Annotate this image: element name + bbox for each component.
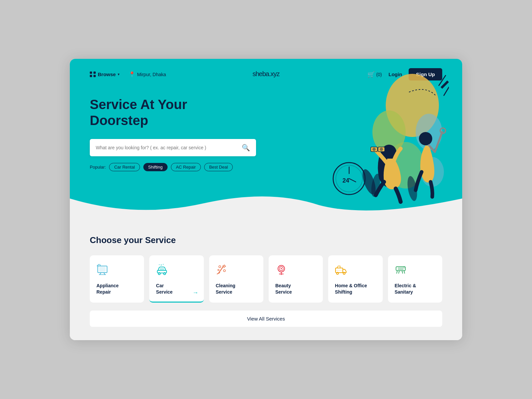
- svg-line-57: [404, 271, 405, 273]
- cleaning-service-name: Cleaning Service: [216, 283, 258, 295]
- service-card-cleaning-service[interactable]: Cleaning Service: [209, 255, 263, 302]
- service-card-beauty-service[interactable]: Beauty Service: [269, 255, 323, 302]
- grid-icon: [90, 71, 96, 77]
- search-input[interactable]: [96, 145, 242, 150]
- cleaning-service-icon: [216, 263, 258, 278]
- svg-point-38: [219, 266, 221, 268]
- tag-car-rental[interactable]: Car Rental: [109, 163, 140, 171]
- logo-main: sheba: [252, 70, 269, 77]
- svg-point-40: [218, 269, 219, 271]
- svg-text:24: 24: [342, 177, 349, 184]
- tag-shifting[interactable]: Shifting: [143, 163, 168, 171]
- service-card-home-office-shifting[interactable]: Home & Office Shifting: [328, 255, 382, 302]
- location-pin-icon: 📍: [129, 71, 135, 77]
- browse-button[interactable]: Browse ▾: [90, 71, 119, 77]
- car-service-name: Car Service: [156, 283, 198, 295]
- svg-point-36: [159, 264, 160, 265]
- svg-point-34: [161, 264, 162, 266]
- svg-point-13: [372, 148, 376, 151]
- svg-line-54: [397, 271, 397, 273]
- car-service-arrow-icon: →: [193, 289, 199, 296]
- service-card-appliance-repair[interactable]: Appliance Repair: [90, 255, 144, 302]
- beauty-service-name: Beauty Service: [275, 283, 318, 295]
- appliance-repair-name: Appliance Repair: [96, 283, 139, 295]
- svg-line-55: [399, 271, 399, 273]
- location-display: 📍 Mirpur, Dhaka: [129, 71, 166, 77]
- logo[interactable]: sheba.xyz: [252, 68, 279, 78]
- nav-left: Browse ▾ 📍 Mirpur, Dhaka: [90, 71, 166, 77]
- hero-title-line1: Service At Your: [90, 97, 187, 112]
- logo-sub: .xyz: [269, 70, 280, 77]
- svg-point-14: [380, 148, 383, 151]
- search-bar: 🔍: [90, 139, 256, 156]
- browse-label: Browse: [98, 71, 116, 77]
- appliance-repair-icon: [96, 263, 139, 278]
- electric-sanitary-icon: [395, 263, 437, 278]
- view-all-services-button[interactable]: View All Services: [90, 311, 442, 327]
- car-service-icon: [156, 263, 198, 278]
- hero-section: Browse ▾ 📍 Mirpur, Dhaka sheba.xyz 🛒 (0)…: [70, 59, 462, 218]
- svg-rect-25: [99, 267, 105, 272]
- tag-best-deal[interactable]: Best Deal: [204, 163, 233, 171]
- svg-line-56: [402, 271, 403, 273]
- svg-point-58: [403, 266, 405, 268]
- home-office-shifting-name: Home & Office Shifting: [335, 283, 377, 295]
- chevron-down-icon: ▾: [118, 72, 119, 76]
- svg-point-35: [163, 264, 164, 265]
- svg-point-48: [336, 272, 338, 274]
- hero-illustration: 24: [309, 66, 449, 208]
- svg-point-15: [419, 132, 432, 145]
- svg-point-39: [223, 270, 225, 272]
- services-grid: Appliance Repair: [90, 255, 442, 302]
- electric-sanitary-name: Electric & Sanitary: [395, 283, 437, 295]
- svg-line-23: [444, 87, 449, 95]
- svg-rect-47: [335, 268, 343, 273]
- hero-title-line2: Doorstep: [90, 113, 148, 128]
- popular-label: Popular:: [90, 165, 106, 170]
- svg-line-9: [349, 179, 356, 182]
- services-title: Choose your Service: [90, 235, 442, 245]
- main-container: Browse ▾ 📍 Mirpur, Dhaka sheba.xyz 🛒 (0)…: [70, 59, 462, 340]
- hero-title: Service At Your Doorstep: [90, 96, 243, 128]
- svg-point-49: [343, 272, 345, 274]
- services-section: Choose your Service Appliance: [70, 218, 462, 340]
- search-button[interactable]: 🔍: [242, 144, 250, 152]
- svg-point-33: [164, 273, 166, 275]
- svg-point-46: [281, 268, 282, 269]
- tag-ac-repair[interactable]: AC Repair: [171, 163, 201, 171]
- search-icon: 🔍: [242, 144, 250, 151]
- service-card-electric-sanitary[interactable]: Electric & Sanitary: [388, 255, 442, 302]
- service-card-car-service[interactable]: Car Service →: [149, 255, 203, 302]
- location-label: Mirpur, Dhaka: [137, 72, 166, 77]
- home-office-shifting-icon: [335, 263, 377, 278]
- beauty-service-icon: [275, 263, 318, 278]
- svg-point-32: [158, 273, 160, 275]
